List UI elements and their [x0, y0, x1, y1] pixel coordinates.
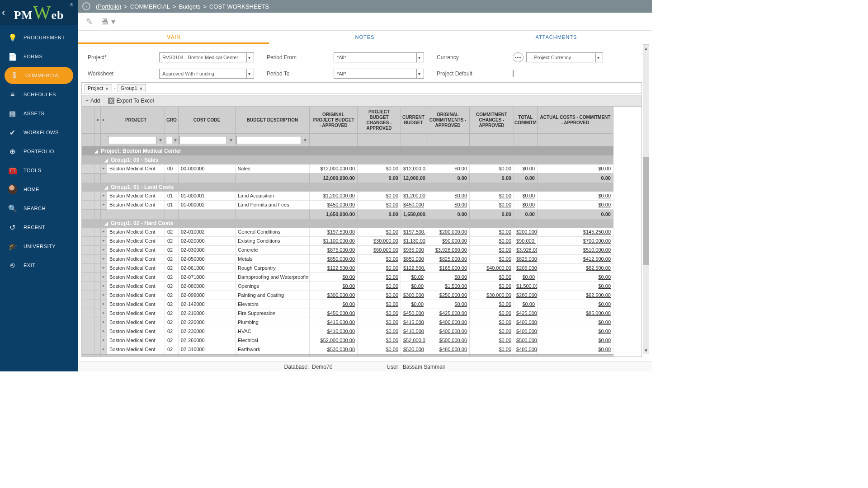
expand-row-icon[interactable]: ▸	[101, 237, 107, 246]
cell-amount[interactable]: $0.00	[358, 300, 401, 309]
cell-amount[interactable]: $0.00	[401, 273, 426, 282]
cell-amount[interactable]: $0.00	[470, 300, 514, 309]
expand-row-icon[interactable]: ▸	[101, 201, 107, 210]
cell-amount[interactable]: $412,500.00	[538, 255, 613, 264]
cell-amount[interactable]: $90,000.00	[426, 237, 470, 246]
cell-amount[interactable]: $0.00	[538, 282, 613, 291]
cell-amount[interactable]: $0.00	[538, 164, 613, 174]
cell-amount[interactable]: $40,000.00	[470, 264, 514, 273]
expand-row-icon[interactable]: ▸	[101, 255, 107, 264]
breadcrumb-portfolio[interactable]: (Portfolio)	[96, 3, 121, 10]
cell-amount[interactable]: $935,000	[401, 246, 426, 255]
cell-amount[interactable]: $0.00	[538, 327, 613, 336]
col-header[interactable]: ◂	[94, 107, 101, 134]
cell-amount[interactable]: $12,000,000.00	[310, 164, 358, 174]
cell-amount[interactable]: $410,000	[401, 327, 426, 336]
cell-amount[interactable]: $480,000	[514, 345, 538, 354]
col-header[interactable]: ORIGINAL PROJECT BUDGET - APPROVED	[310, 107, 358, 134]
vertical-scrollbar[interactable]: ▲ ▼	[643, 44, 649, 354]
cell-amount[interactable]: $0.00	[401, 300, 426, 309]
cell-amount[interactable]: $30,000.00	[358, 237, 401, 246]
cell-amount[interactable]: $500,000	[514, 336, 538, 345]
cell-amount[interactable]: $0.00	[470, 327, 514, 336]
expand-row-icon[interactable]: ▸	[101, 318, 107, 327]
currency-picker-button[interactable]: •••	[513, 52, 524, 62]
cell-amount[interactable]: $450,000	[401, 309, 426, 318]
sidebar-item-search[interactable]: 🔍SEARCH	[0, 199, 78, 218]
cell-amount[interactable]: $12,000,0	[401, 164, 426, 174]
cell-amount[interactable]: $1,500.00	[514, 282, 538, 291]
cell-amount[interactable]: $825,000	[514, 255, 538, 264]
cell-amount[interactable]: $1,200,000.00	[310, 192, 358, 201]
cell-amount[interactable]: $0.00	[538, 345, 613, 354]
cell-amount[interactable]: $0.00	[358, 336, 401, 345]
cell-amount[interactable]: $450,000	[401, 201, 426, 210]
group-row[interactable]: ◢Group1: 01 - Land Costs	[82, 183, 613, 192]
cell-amount[interactable]: $0.00	[470, 336, 514, 345]
cell-amount[interactable]: $875,000.00	[310, 246, 358, 255]
cell-amount[interactable]: $510,000.00	[538, 246, 613, 255]
cell-amount[interactable]: $450,000.00	[310, 201, 358, 210]
cell-amount[interactable]: $200,000.00	[426, 228, 470, 237]
cell-amount[interactable]: $400,000	[514, 327, 538, 336]
sidebar-item-portfolio[interactable]: ⊕PORTFOLIO	[0, 142, 78, 161]
cell-amount[interactable]: $165,000.00	[426, 264, 470, 273]
cell-amount[interactable]: $0.00	[358, 327, 401, 336]
cell-amount[interactable]: $0.00	[470, 237, 514, 246]
print-icon[interactable]: 🖶 ▾	[101, 17, 115, 27]
cell-amount[interactable]: $0.00	[358, 273, 401, 282]
cell-amount[interactable]: $0.00	[358, 192, 401, 201]
col-header[interactable]: CURRENT BUDGET	[401, 107, 426, 134]
export-excel-button[interactable]: XExport To Excel	[108, 98, 154, 104]
add-button[interactable]: +Add	[85, 98, 100, 104]
cell-amount[interactable]: $530,000.00	[310, 345, 358, 354]
sidebar-item-recent[interactable]: ↺RECENT	[0, 218, 78, 237]
cell-amount[interactable]: $1,130,00	[401, 237, 426, 246]
column-filter[interactable]	[236, 136, 301, 144]
cell-amount[interactable]: $0.00	[470, 273, 514, 282]
expand-row-icon[interactable]: ▸	[101, 309, 107, 318]
cell-amount[interactable]: $0.00	[538, 318, 613, 327]
cell-amount[interactable]: $0.00	[358, 291, 401, 300]
funnel-icon[interactable]: ▾	[157, 136, 164, 144]
edit-icon[interactable]: ✎	[86, 17, 93, 27]
sidebar-item-university[interactable]: 🎓UNIVERSITY	[0, 237, 78, 256]
funnel-icon[interactable]: ▾	[302, 136, 308, 144]
cell-amount[interactable]: $0.00	[538, 300, 613, 309]
cell-amount[interactable]: $122,500.	[401, 264, 426, 273]
cell-amount[interactable]: $530,000	[401, 345, 426, 354]
cell-amount[interactable]: $0.00	[470, 255, 514, 264]
sidebar-item-workflows[interactable]: ✔WORKFLOWS	[0, 123, 78, 142]
cell-amount[interactable]: $850,000.00	[310, 255, 358, 264]
cell-amount[interactable]: $205,000	[514, 264, 538, 273]
cell-amount[interactable]: $85,000.00	[538, 309, 613, 318]
expand-row-icon[interactable]: ▸	[101, 264, 107, 273]
cell-amount[interactable]: $425,000.00	[426, 309, 470, 318]
expand-row-icon[interactable]: ▸	[101, 192, 107, 201]
col-header[interactable]: PROJECT BUDGET CHANGES - APPROVED	[358, 107, 401, 134]
expand-row-icon[interactable]: ▸	[101, 345, 107, 354]
cell-amount[interactable]: $30,000.00	[470, 291, 514, 300]
cell-amount[interactable]: $0.00	[470, 345, 514, 354]
cell-amount[interactable]: $400,000.00	[426, 318, 470, 327]
funnel-icon[interactable]: ▾	[173, 136, 177, 144]
cell-amount[interactable]: $0.00	[514, 164, 538, 174]
cell-amount[interactable]: $0.00	[426, 164, 470, 174]
expand-row-icon[interactable]: ▸	[101, 327, 107, 336]
cell-amount[interactable]: $0.00	[470, 318, 514, 327]
cell-amount[interactable]: $415,000.00	[310, 318, 358, 327]
back-arrow-icon[interactable]: ‹	[2, 7, 5, 19]
sidebar-item-tools[interactable]: 🧰TOOLS	[0, 161, 78, 180]
cell-amount[interactable]: $0.00	[358, 318, 401, 327]
expand-row-icon[interactable]: ▸	[101, 228, 107, 237]
cell-amount[interactable]: $500,000.00	[426, 336, 470, 345]
cell-amount[interactable]: $0.00	[310, 273, 358, 282]
cell-amount[interactable]: $825,000.00	[426, 255, 470, 264]
sidebar-item-forms[interactable]: 📄FORMS	[0, 47, 78, 66]
cell-amount[interactable]: $0.00	[426, 192, 470, 201]
cell-amount[interactable]: $0.00	[310, 300, 358, 309]
column-filter[interactable]	[166, 136, 172, 144]
group-row[interactable]: ◢Group1: 02 - Hard Costs	[82, 219, 613, 228]
info-icon[interactable]: i	[82, 2, 90, 10]
cell-amount[interactable]: $0.00	[358, 309, 401, 318]
